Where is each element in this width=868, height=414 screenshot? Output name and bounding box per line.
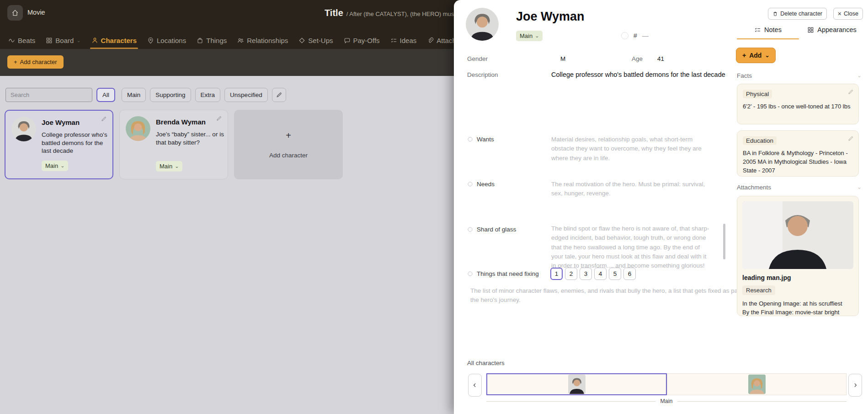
pencil-icon	[276, 92, 282, 98]
age-label: Age	[632, 55, 643, 62]
scrollbar-thumb[interactable]	[723, 224, 725, 259]
description-label: Description	[467, 71, 498, 78]
fact-text: 6'2' - 195 lbs - once well-toned at 170 …	[743, 102, 853, 111]
character-name: Brenda Wyman	[156, 118, 206, 126]
nav-tab-setups[interactable]: Set-Ups	[298, 37, 333, 49]
fixing-placeholder[interactable]: The list of minor character flaws, enemi…	[470, 286, 751, 304]
pencil-icon[interactable]	[847, 136, 853, 142]
nav-tab-beats[interactable]: Beats	[8, 37, 35, 49]
role-chip[interactable]: Main ⌄	[156, 161, 182, 172]
chevron-down-icon: ⌄	[175, 164, 179, 169]
carousel-next-button[interactable]	[848, 374, 862, 397]
delete-character-button[interactable]: Delete character	[768, 8, 827, 20]
empty-value[interactable]: —	[642, 32, 649, 39]
attachment-note-line: By the Final Image: movie-star bright	[742, 308, 853, 317]
add-character-card[interactable]: + Add character	[234, 110, 343, 179]
chevron-right-icon	[852, 382, 858, 388]
chevron-down-icon: ⌄	[60, 163, 64, 168]
search-input[interactable]	[5, 88, 92, 102]
pencil-icon[interactable]	[847, 89, 853, 95]
nav-tab-attachments[interactable]: Attach	[427, 37, 454, 49]
filter-chip-supporting[interactable]: Supporting	[150, 88, 191, 102]
doc-title-separator: /	[346, 11, 348, 17]
filter-chip-main[interactable]: Main	[122, 88, 146, 102]
description-value[interactable]: College professor who's battled demons f…	[551, 71, 725, 78]
shard-placeholder[interactable]: The blind spot or flaw the hero is not a…	[551, 224, 711, 270]
plus-icon: +	[286, 130, 291, 141]
chevron-down-icon: ⌄	[76, 38, 80, 43]
fact-title: Physical	[743, 90, 772, 98]
fact-title: Education	[743, 136, 777, 145]
diamond-icon	[298, 37, 305, 44]
checklist-icon	[390, 37, 397, 44]
nav-tab-characters[interactable]: Characters	[91, 37, 137, 49]
facts-collapse-icon[interactable]: ⌄	[857, 72, 862, 79]
nav-tab-board[interactable]: Board ⌄	[46, 37, 80, 49]
needs-placeholder[interactable]: The real motivation of the hero. Must be…	[551, 180, 711, 199]
sidebar-tabs: Notes Appearances	[736, 26, 864, 39]
attachment-card: leading man.jpg Research In the Opening …	[737, 196, 859, 316]
doc-title[interactable]: Title/ After (the CATALYST), (the HERO) …	[325, 8, 454, 18]
detail-role-chip[interactable]: Main ⌄	[516, 31, 543, 41]
color-number-group: # —	[621, 32, 649, 39]
tab-appearances[interactable]: Appearances	[800, 26, 864, 39]
fixing-count-5[interactable]: 5	[609, 268, 621, 280]
close-button[interactable]: × Close	[833, 8, 863, 20]
attachment-image[interactable]	[742, 201, 853, 269]
color-swatch[interactable]	[621, 32, 628, 39]
circle-icon	[467, 271, 473, 277]
character-detail-panel: Delete character × Close Joe Wyman Main …	[454, 0, 868, 414]
character-card-joe[interactable]: Joe Wyman College professor who's battle…	[5, 110, 113, 179]
carousel-prev-button[interactable]	[468, 374, 482, 397]
add-note-button[interactable]: + Add ⌄	[736, 48, 776, 63]
wants-placeholder[interactable]: Material desires, relationship goals, wh…	[551, 135, 711, 163]
wants-label: Wants	[467, 136, 494, 143]
carousel-group-bracket: Main	[486, 398, 847, 404]
checklist-icon	[754, 27, 761, 33]
attachments-section-label: Attachments	[737, 184, 771, 191]
nav-tab-ideas[interactable]: Ideas	[390, 37, 417, 49]
fixing-count-1[interactable]: 1	[550, 268, 563, 280]
carousel-segment-joe[interactable]	[486, 373, 667, 395]
role-chip[interactable]: Main ⌄	[42, 161, 68, 171]
nav-tab-things[interactable]: Things	[197, 37, 227, 49]
all-characters-label: All characters	[467, 360, 505, 366]
fixing-count-3[interactable]: 3	[580, 268, 592, 280]
filter-chip-unspecified[interactable]: Unspecified	[224, 88, 268, 102]
detail-character-name[interactable]: Joe Wyman	[516, 10, 585, 24]
pencil-icon[interactable]	[216, 116, 222, 122]
filter-chip-extra[interactable]: Extra	[195, 88, 221, 102]
fact-card-education: Education BA in Folklore & Mythology - P…	[737, 130, 859, 177]
age-value[interactable]: 41	[657, 55, 664, 62]
filter-toolbar: All Main Supporting Extra Unspecified	[5, 88, 286, 102]
fixing-count-6[interactable]: 6	[623, 268, 636, 280]
circle-icon	[467, 226, 473, 232]
number-icon[interactable]: #	[634, 32, 637, 39]
add-character-button[interactable]: + Add character	[7, 55, 64, 69]
plus-icon: +	[742, 52, 746, 59]
nav-tab-relationships[interactable]: Relationships	[237, 37, 288, 49]
map-pin-icon	[147, 37, 154, 44]
filter-chip-all[interactable]: All	[96, 88, 115, 102]
close-icon: ×	[838, 10, 841, 17]
tab-notes[interactable]: Notes	[736, 26, 800, 39]
detail-avatar[interactable]	[466, 8, 499, 41]
attachments-collapse-icon[interactable]: ⌄	[857, 184, 862, 190]
attachment-filename: leading man.jpg	[742, 274, 853, 281]
character-description: Joe's “baby” sister... or is that baby s…	[156, 130, 225, 146]
fixing-count-2[interactable]: 2	[565, 268, 577, 280]
doc-logline: After (the CATALYST), (the HERO) mus	[349, 11, 454, 17]
fixing-count-4[interactable]: 4	[594, 268, 607, 280]
gender-value[interactable]: M	[560, 55, 565, 62]
character-card-brenda[interactable]: Brenda Wyman Joe's “baby” sister... or i…	[119, 110, 228, 179]
carousel-segment-brenda[interactable]	[667, 373, 847, 395]
pencil-icon[interactable]	[101, 116, 107, 122]
nav-tab-locations[interactable]: Locations	[147, 37, 186, 49]
edit-filters-button[interactable]	[272, 88, 286, 102]
doc-title-label: Title	[325, 8, 343, 18]
needs-label: Needs	[467, 181, 495, 188]
home-button[interactable]	[7, 5, 23, 21]
character-cards: Joe Wyman College professor who's battle…	[5, 110, 343, 179]
nav-tab-payoffs[interactable]: Pay-Offs	[344, 37, 380, 49]
carousel-thumb-brenda	[748, 375, 766, 394]
